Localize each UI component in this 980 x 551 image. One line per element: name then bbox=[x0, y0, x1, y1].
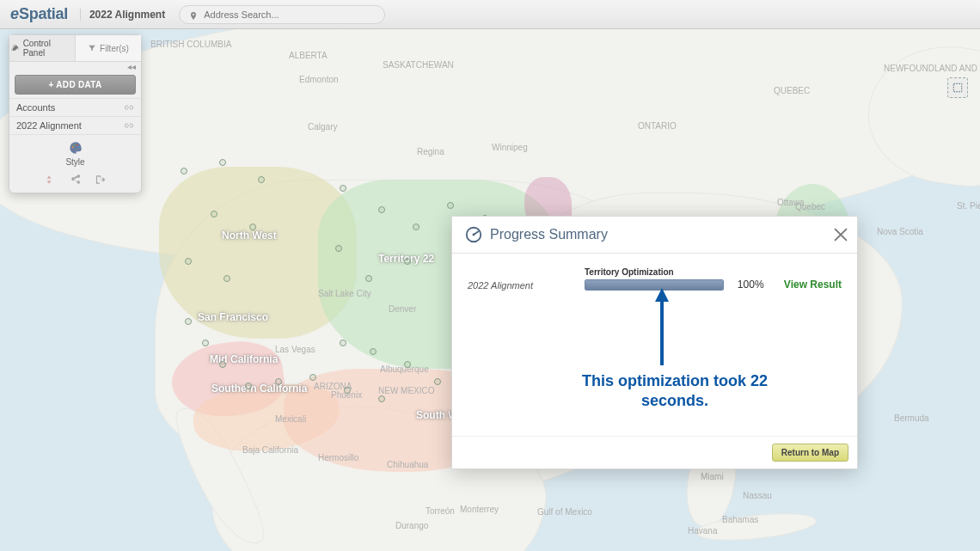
tab-control-panel[interactable]: Control Panel bbox=[9, 35, 76, 61]
data-point[interactable] bbox=[249, 223, 256, 230]
rect-select-tool[interactable] bbox=[947, 77, 968, 98]
map-place-label: NEW MEXICO bbox=[378, 386, 435, 395]
map-place-label: Nova Scotia bbox=[877, 227, 923, 236]
data-point[interactable] bbox=[275, 378, 282, 385]
svg-point-2 bbox=[73, 144, 75, 146]
data-point[interactable] bbox=[335, 245, 342, 252]
panel-collapse-handle[interactable]: ◂◂ bbox=[9, 62, 141, 71]
map-place-label: Las Vegas bbox=[275, 345, 315, 354]
map-place-label: Chihuahua bbox=[387, 460, 428, 469]
export-icon[interactable] bbox=[94, 174, 106, 186]
layer-row-accounts[interactable]: Accounts bbox=[9, 98, 141, 116]
data-point[interactable] bbox=[185, 318, 192, 325]
data-point[interactable] bbox=[434, 378, 441, 385]
map-place-label: Hermosillo bbox=[318, 453, 358, 462]
data-point[interactable] bbox=[378, 206, 385, 213]
style-label: Style bbox=[9, 157, 141, 167]
progress-job-name: 2022 Alignment bbox=[468, 281, 571, 291]
layer-options-icon[interactable] bbox=[124, 120, 134, 131]
map-place-label: Gulf of Mexico bbox=[537, 507, 592, 517]
panel-tabs: Control Panel Filter(s) bbox=[9, 35, 141, 62]
data-point[interactable] bbox=[344, 387, 351, 394]
view-result-link[interactable]: View Result bbox=[784, 279, 842, 291]
data-point[interactable] bbox=[378, 395, 385, 402]
progress-bar-fill bbox=[585, 280, 723, 290]
dialog-header: Progress Summary bbox=[452, 217, 857, 254]
data-point[interactable] bbox=[404, 258, 411, 265]
map-place-label: Edmonton bbox=[299, 75, 339, 84]
dialog-body: 2022 Alignment Territory Optimization 10… bbox=[452, 254, 857, 436]
progress-bar bbox=[585, 279, 724, 291]
data-point[interactable] bbox=[340, 185, 346, 192]
layer-options-icon[interactable] bbox=[124, 102, 134, 113]
tab-filters-label: Filter(s) bbox=[100, 44, 129, 53]
address-search[interactable] bbox=[179, 5, 385, 24]
progress-dialog: Progress Summary 2022 Alignment Territor… bbox=[451, 216, 858, 469]
svg-point-6 bbox=[473, 234, 475, 236]
map-place-label: Regina bbox=[417, 147, 444, 156]
tab-control-label: Control Panel bbox=[23, 39, 73, 58]
data-point[interactable] bbox=[258, 176, 265, 183]
brand-logo: eSpatial bbox=[10, 5, 68, 23]
data-point[interactable] bbox=[219, 159, 226, 166]
panel-action-row bbox=[9, 168, 141, 193]
brand-prefix: e bbox=[10, 5, 19, 23]
territory-label-nw: North West bbox=[222, 230, 277, 242]
add-data-button[interactable]: + ADD DATA bbox=[15, 75, 136, 95]
layer-row-alignment[interactable]: 2022 Alignment bbox=[9, 116, 141, 134]
map-place-label: Quebec bbox=[795, 202, 825, 211]
map-place-label: ONTARIO bbox=[638, 121, 677, 131]
layer-label: Accounts bbox=[16, 102, 55, 113]
pin-icon bbox=[188, 9, 199, 20]
progress-percent: 100% bbox=[738, 279, 770, 291]
map-place-label: Denver bbox=[389, 304, 416, 314]
style-section[interactable]: Style bbox=[9, 134, 141, 168]
data-point[interactable] bbox=[370, 348, 377, 355]
map-place-label: Miami bbox=[701, 472, 724, 481]
data-point[interactable] bbox=[309, 374, 316, 381]
dialog-close-button[interactable] bbox=[831, 225, 847, 241]
map-place-label: Torreón bbox=[426, 506, 455, 516]
territory-label-sf: San Francisco bbox=[198, 311, 268, 323]
data-point[interactable] bbox=[340, 340, 346, 346]
data-point[interactable] bbox=[404, 361, 411, 368]
svg-point-3 bbox=[76, 144, 77, 146]
tab-filters[interactable]: Filter(s) bbox=[76, 35, 141, 61]
map-place-label: Winnipeg bbox=[492, 143, 528, 152]
gauge-icon bbox=[464, 225, 483, 244]
control-panel: Control Panel Filter(s) ◂◂ + ADD DATA Ac… bbox=[9, 34, 142, 193]
sort-icon[interactable] bbox=[46, 174, 58, 186]
address-search-input[interactable] bbox=[204, 9, 376, 20]
map-place-label: Durango bbox=[395, 521, 428, 530]
svg-point-1 bbox=[71, 146, 73, 148]
dialog-footer: Return to Map bbox=[452, 436, 857, 468]
map-place-label: Bahamas bbox=[722, 515, 758, 524]
data-point[interactable] bbox=[211, 211, 217, 217]
map-place-label: ALBERTA bbox=[289, 51, 328, 60]
project-name: 2022 Alignment bbox=[80, 9, 165, 21]
data-point[interactable] bbox=[447, 202, 454, 209]
map-place-label: Bermuda bbox=[894, 413, 929, 423]
map-place-label: Salt Lake City bbox=[318, 289, 371, 298]
map-place-label: Calgary bbox=[308, 122, 337, 132]
data-point[interactable] bbox=[413, 223, 420, 230]
data-point[interactable] bbox=[202, 340, 209, 346]
brand-main: Spatial bbox=[19, 5, 68, 23]
data-point[interactable] bbox=[365, 275, 372, 282]
return-to-map-button[interactable]: Return to Map bbox=[772, 444, 848, 462]
palette-icon bbox=[66, 140, 85, 156]
share-icon[interactable] bbox=[70, 174, 82, 186]
top-bar: eSpatial 2022 Alignment bbox=[0, 0, 980, 29]
data-point[interactable] bbox=[224, 275, 230, 282]
svg-rect-0 bbox=[953, 83, 961, 91]
map-place-label: Mexicali bbox=[275, 414, 306, 424]
data-point[interactable] bbox=[181, 168, 187, 174]
data-point[interactable] bbox=[245, 383, 252, 389]
data-point[interactable] bbox=[219, 361, 226, 368]
map-place-label: Havana bbox=[688, 526, 717, 536]
layer-label: 2022 Alignment bbox=[16, 120, 82, 131]
territory-label-scal: Southern California bbox=[211, 383, 307, 395]
map-place-label: Baja California bbox=[242, 445, 298, 455]
map-place-label: BRITISH COLUMBIA bbox=[150, 40, 231, 49]
data-point[interactable] bbox=[185, 258, 192, 265]
